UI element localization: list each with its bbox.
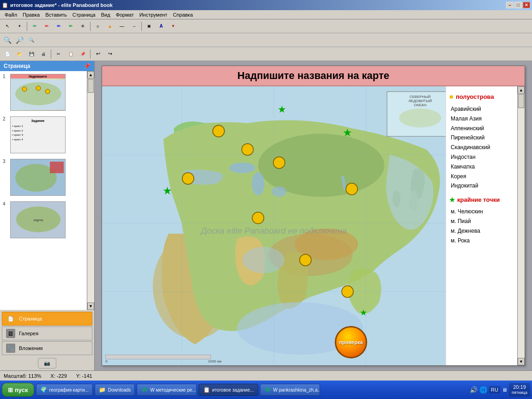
check-badge[interactable]: проверка [335,326,367,358]
tool-undo[interactable]: ↩ [92,49,103,59]
menu-edit[interactable]: Правка [20,11,42,18]
tool-open[interactable]: 📂 [14,49,25,59]
tool-pen4[interactable]: ✏ [65,21,76,31]
tool-copy[interactable]: 📋 [65,49,76,59]
nav-camera[interactable]: 📷 [38,358,56,369]
tool-fill[interactable]: ▲ [104,21,115,31]
tool-stamp[interactable]: ▣ [144,21,155,31]
zoom-out[interactable]: 🔍 [26,35,37,45]
nav-gallery[interactable]: 🖼 Галерея [2,326,92,340]
thumb-img-1[interactable]: Надпишите [10,74,66,111]
taskbar-item-4[interactable]: W W pankrashkina_zh.a... [260,384,320,396]
start-button[interactable]: ⊞ пуск [2,383,34,397]
thumb-img-2[interactable]: Задание • пункт 1 • пункт 2 • пункт 3 • … [10,116,66,153]
svg-text:СЕВЕРНЫЙ: СЕВЕРНЫЙ [410,95,431,99]
peninsula-item-6[interactable]: Камчатка [449,162,514,172]
slide-title: Надпишите названия на карте [237,70,389,81]
thumb-img-4[interactable]: карта [10,201,66,238]
zoom-in[interactable]: 🔎 [14,35,25,45]
tool-eraser[interactable]: ◈ [92,21,103,31]
nav-gallery-label: Галерея [19,331,38,336]
tool-save[interactable]: 💾 [26,49,37,59]
sidebar-scrollbar[interactable]: ▲ ▼ [87,71,94,310]
maximize-button[interactable]: □ [514,2,522,8]
taskbar-item-1[interactable]: 📁 Downloads [95,384,135,396]
menu-file[interactable]: Файл [2,11,20,18]
tool-arrow[interactable]: → [128,21,139,31]
point-item-1[interactable]: м. Пиай [449,217,514,226]
taskbar-icon-2: W [141,386,148,393]
page-thumb-4[interactable]: 4 карта [2,200,85,239]
peninsula-item-2[interactable]: Аппенинский [449,124,514,133]
tool-text[interactable]: A [156,21,167,31]
peninsula-item-1[interactable]: Малая Азия [449,114,514,124]
scale-status: Масштаб: 113% [4,373,41,379]
nav-pages[interactable]: 📄 Страница [2,312,92,326]
page-thumb-2[interactable]: 2 Задание • пункт 1 • пункт 2 • пункт 3 … [2,115,85,154]
tool-shape[interactable]: ✳ [77,21,88,31]
svg-rect-7 [50,162,64,173]
tool-pen3[interactable]: ✏ [53,21,64,31]
peninsula-item-0[interactable]: Аравийский [449,104,514,114]
svg-point-2 [22,87,27,91]
menu-format[interactable]: Формат [113,11,137,18]
right-scroll-up[interactable]: ▲ [518,86,525,94]
tool-line[interactable]: — [116,21,127,31]
peninsula-item-8[interactable]: Индокитай [449,181,514,191]
point-item-2[interactable]: м. Дежнева [449,226,514,236]
tool-print[interactable]: 🖨 [38,49,49,59]
right-scroll-track[interactable] [518,94,525,358]
peninsula-item-5[interactable]: Индостан [449,152,514,162]
tool-new[interactable]: 📄 [2,49,13,59]
tool-redo[interactable]: ↪ [104,49,115,59]
app-icon: 📋 [2,2,8,8]
tool-text2[interactable]: ▼ [168,21,179,31]
check-label: проверка [339,339,363,345]
menu-help[interactable]: Справка [170,11,195,18]
scroll-track[interactable] [87,79,94,302]
titlebar-title: итоговое задание* - elite Panaboard book [10,2,113,8]
menu-page[interactable]: Страница [70,11,98,18]
menu-view[interactable]: Вид [98,11,113,18]
clock: 20:19 пятница [509,383,530,397]
tool-pen2[interactable]: ✏ [41,21,52,31]
close-button[interactable]: ✕ [523,2,530,8]
page-thumb-1[interactable]: 1 Надпишите [2,73,85,112]
right-scroll-thumb[interactable] [518,94,524,108]
scroll-up[interactable]: ▲ [87,71,94,79]
right-scroll-down[interactable]: ▼ [518,358,525,365]
menu-insert[interactable]: Вставить [42,11,70,18]
tool-select[interactable]: ↖ [2,21,13,31]
point-item-3[interactable]: м. Рока [449,236,514,246]
peninsula-item-4[interactable]: Скандинавский [449,143,514,152]
tool-cut[interactable]: ✂ [53,49,64,59]
thumb-img-3[interactable] [10,159,66,196]
tool-pen[interactable]: ✏ [29,21,40,31]
peninsula-item-3[interactable]: Пиренейский [449,133,514,143]
taskbar-item-2[interactable]: W W методические ре... [137,384,197,396]
svg-point-4 [45,89,50,94]
tool-paste[interactable]: 📌 [77,49,88,59]
menu-tools[interactable]: Инструмент [137,11,170,18]
scroll-thumb[interactable] [88,79,94,93]
page-list[interactable]: 1 Надпишите [0,71,87,310]
svg-point-37 [182,173,194,184]
section2-header: ★ крайние точки [449,195,514,204]
taskbar-icons: 🔊 🌐 [470,386,487,393]
page-thumb-3[interactable]: 3 [2,158,85,197]
menubar: Файл Правка Вставить Страница Вид Формат… [0,10,532,19]
taskbar-icon-1: 📁 [99,386,106,393]
scroll-down[interactable]: ▼ [87,302,94,310]
nav-attachments[interactable]: 📎 Вложения [2,341,92,355]
taskbar-item-0[interactable]: 🌍 география карти... [36,384,93,396]
right-scrollbar[interactable]: ▲ ▼ [517,86,525,365]
taskbar-item-3[interactable]: 📋 итоговое задание... [199,384,258,396]
zoom-btn[interactable]: 🔍 [2,35,13,45]
point-item-0[interactable]: м. Челюскин [449,207,514,217]
peninsula-item-7[interactable]: Корея [449,172,514,181]
minimize-button[interactable]: – [506,2,514,8]
sidebar-pin[interactable]: 📌 [84,63,91,69]
tool-cursor[interactable]: ✦ [14,21,25,31]
toolbar-drawing: ↖ ✦ ✏ ✏ ✏ ✏ ✳ ◈ ▲ — → ▣ A ▼ [0,19,532,33]
camera-icon: 📷 [44,360,50,366]
